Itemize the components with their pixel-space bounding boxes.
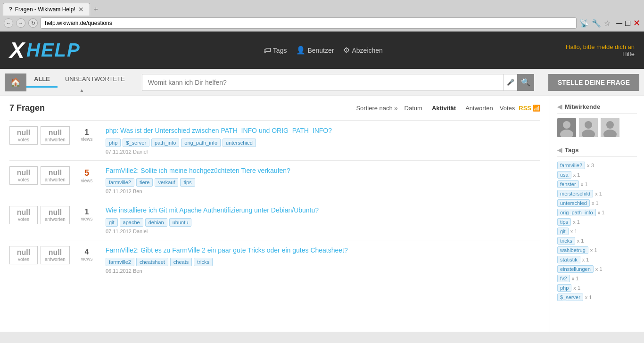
bookmark-icon[interactable]: ☆: [604, 19, 611, 28]
mic-button[interactable]: 🎤: [504, 74, 517, 91]
sidebar-tag-fv2[interactable]: fv2: [557, 275, 570, 282]
tag-ubuntu[interactable]: ubuntu: [169, 218, 192, 227]
tab-close-button[interactable]: ✕: [78, 6, 84, 13]
tab-title: Fragen - Wikiwam Help!: [15, 6, 75, 13]
question-title-3[interactable]: Wie installiere ich Git mit Apache Authe…: [106, 206, 540, 215]
question-title-4[interactable]: FarmVille2: Gibt es zu FarmVille 2 ein p…: [106, 246, 540, 255]
question-title-1[interactable]: php: Was ist der Unterschied zwischen PA…: [106, 126, 540, 136]
tag-tiere[interactable]: tiere: [136, 178, 153, 187]
sort-antworten[interactable]: Antworten: [462, 104, 496, 113]
tag-tricks[interactable]: tricks: [194, 258, 213, 266]
tag-verkauf[interactable]: verkauf: [155, 178, 178, 187]
list-item: tips x 1: [557, 218, 637, 226]
sidebar-tag-server[interactable]: $_server: [557, 294, 583, 301]
votes-label-2: votes: [14, 177, 33, 182]
sidebar-tag-wahlbetrug[interactable]: wahlbetrug: [557, 246, 588, 254]
avatar-img-2: [579, 118, 598, 137]
answers-num-3: null: [45, 208, 66, 217]
logo[interactable]: X HELP: [9, 37, 81, 63]
sidebar-tag-unterschied[interactable]: unterschied: [557, 199, 590, 207]
avatar-img-3: [601, 118, 619, 137]
tag-farmville2-4[interactable]: farmville2: [106, 258, 134, 266]
tag-path-info[interactable]: path_info: [151, 139, 179, 147]
forward-button[interactable]: →: [16, 18, 25, 28]
tag-git[interactable]: git: [106, 218, 118, 227]
tag-orig-path-info[interactable]: orig_path_info: [181, 139, 221, 147]
sidebar-tag-statistik[interactable]: statistik: [557, 256, 580, 263]
address-bar[interactable]: [41, 17, 577, 29]
browser-tab[interactable]: ? Fragen - Wikiwam Help! ✕: [3, 3, 90, 16]
sort-datum[interactable]: Datum: [402, 104, 425, 113]
home-button[interactable]: 🏠: [5, 74, 26, 91]
sidebar-tag-count-server: x 1: [585, 294, 592, 300]
tag-cheatsheet[interactable]: cheatsheet: [136, 258, 168, 266]
nav-abzeichen[interactable]: ⚙ Abzeichen: [343, 46, 382, 55]
questions-header: 7 Fragen Sortiere nach » Datum Aktivität…: [9, 103, 540, 113]
votes-box-4: null votes: [9, 246, 38, 264]
avatar-3[interactable]: [601, 118, 619, 137]
header-login-text[interactable]: Hallo, bitte melde dich an: [566, 43, 635, 50]
votes-num-3: null: [14, 208, 33, 217]
nav-unbeantwortete[interactable]: UNBEANTWORTETE: [58, 72, 132, 88]
sidebar-tag-tricks[interactable]: tricks: [557, 237, 575, 245]
votes-label-3: votes: [14, 217, 33, 222]
sidebar-tag-fenster[interactable]: fenster: [557, 180, 579, 188]
sidebar-tag-tips[interactable]: tips: [557, 218, 571, 226]
question-title-2[interactable]: FarmVille2: Sollte ich meine hochgezücht…: [106, 166, 540, 176]
tag-server[interactable]: $_server: [123, 139, 149, 147]
contributors-icon: ◀: [557, 103, 562, 110]
answers-box-1: null antworten: [41, 126, 70, 145]
sub-header: 🏠 ALLE UNBEANTWORTETE ▲ 🎤 🔍 STELLE DEINE…: [0, 69, 644, 96]
tags-icon: ◀: [557, 147, 562, 154]
tag-apache[interactable]: apache: [120, 218, 143, 227]
reload-button[interactable]: ↻: [28, 18, 38, 28]
main-content: 7 Fragen Sortiere nach » Datum Aktivität…: [0, 96, 550, 332]
list-item: tricks x 1: [557, 237, 637, 245]
views-num-3: 1: [76, 208, 97, 216]
answers-label-1: antworten: [45, 137, 66, 142]
minimize-button[interactable]: ─: [616, 18, 622, 28]
list-item: $_server x 1: [557, 294, 637, 301]
votes-num-1: null: [14, 129, 33, 137]
tag-php[interactable]: php: [106, 139, 121, 147]
rss-browser-icon[interactable]: 📡: [579, 19, 589, 28]
list-item: php x 1: [557, 284, 637, 292]
header-hilfe-link[interactable]: Hilfe: [622, 50, 635, 57]
tag-debian[interactable]: debian: [145, 218, 167, 227]
sidebar-tag-einstellungen[interactable]: einstellungen: [557, 265, 594, 273]
maximize-button[interactable]: □: [625, 18, 630, 28]
ask-button[interactable]: STELLE DEINE FRAGE: [548, 74, 639, 91]
rss-link[interactable]: RSS 📶: [519, 105, 540, 112]
tags-2: farmville2 tiere verkauf tips: [106, 178, 540, 187]
question-body-2: FarmVille2: Sollte ich meine hochgezücht…: [106, 166, 540, 195]
search-button[interactable]: 🔍: [517, 74, 534, 91]
search-input[interactable]: [142, 74, 504, 91]
list-item: usa x 1: [557, 171, 637, 179]
nav-tags[interactable]: 🏷 Tags: [264, 46, 287, 55]
tag-cheats[interactable]: cheats: [170, 258, 192, 266]
votes-box-1: null votes: [9, 126, 38, 145]
sidebar-tag-usa[interactable]: usa: [557, 171, 571, 179]
votes-label-4: votes: [14, 257, 33, 262]
sidebar-tag-orig-path-info[interactable]: orig_path_info: [557, 209, 596, 216]
nav-alle[interactable]: ALLE: [26, 72, 58, 88]
sidebar-tag-count-tricks: x 1: [577, 238, 584, 244]
tag-unterschied[interactable]: unterschied: [223, 139, 256, 147]
new-tab-button[interactable]: +: [90, 3, 102, 16]
sidebar-tag-git[interactable]: git: [557, 228, 569, 235]
list-item: orig_path_info x 1: [557, 209, 637, 216]
close-button[interactable]: ✕: [633, 18, 640, 28]
tag-tips[interactable]: tips: [180, 178, 195, 187]
sort-aktivitat[interactable]: Aktivität: [429, 104, 459, 113]
views-label-1: views: [76, 137, 97, 142]
tag-farmville2-2[interactable]: farmville2: [106, 178, 134, 187]
nav-benutzer[interactable]: 👤 Benutzer: [296, 46, 334, 55]
sidebar-tag-farmville2[interactable]: farmville2: [557, 162, 585, 169]
sort-votes[interactable]: Votes: [500, 105, 515, 112]
sidebar-tag-php[interactable]: php: [557, 284, 571, 292]
extension-icon[interactable]: 🔧: [592, 19, 601, 28]
avatar-1[interactable]: [557, 118, 576, 137]
sidebar-tag-meisterschild[interactable]: meisterschild: [557, 190, 593, 197]
avatar-2[interactable]: [579, 118, 598, 137]
back-button[interactable]: ←: [4, 18, 13, 28]
